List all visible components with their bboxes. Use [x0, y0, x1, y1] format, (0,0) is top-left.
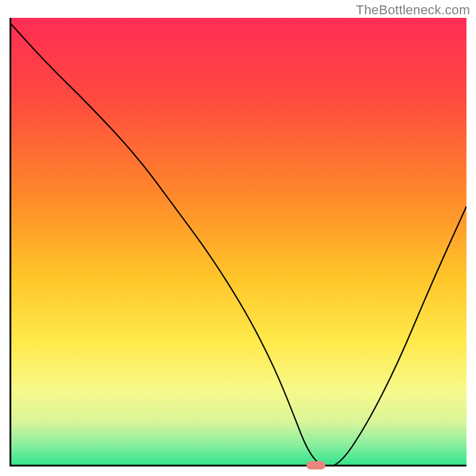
optimal-marker	[306, 461, 325, 469]
chart-svg	[10, 18, 466, 466]
x-axis	[10, 465, 466, 466]
attribution-text: TheBottleneck.com	[356, 2, 470, 18]
chart-container: TheBottleneck.com	[0, 0, 476, 476]
gradient-background	[10, 18, 466, 466]
plot-area	[10, 18, 466, 466]
y-axis	[10, 18, 11, 466]
